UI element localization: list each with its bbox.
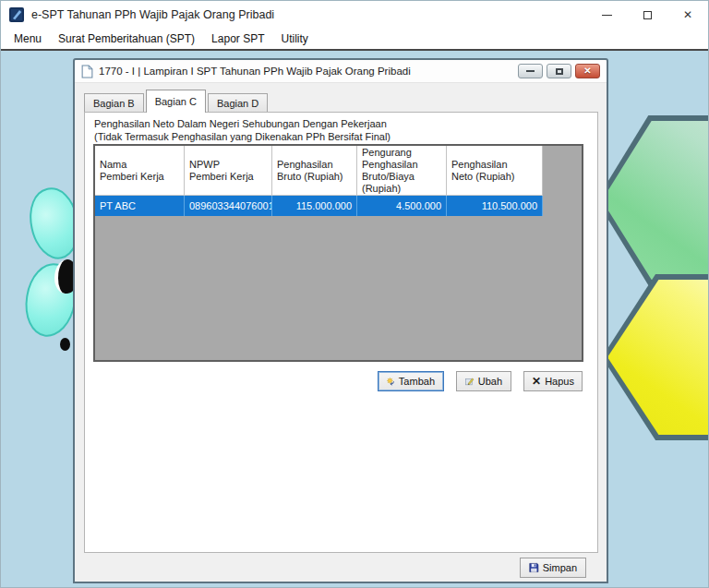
application-window: e-SPT Tahunan PPh Wajib Pajak Orang Prib…	[0, 0, 709, 588]
close-icon: ✕	[683, 9, 692, 20]
ubah-label: Ubah	[478, 376, 502, 387]
app-title: e-SPT Tahunan PPh Wajib Pajak Orang Prib…	[31, 8, 274, 21]
child-window-title: 1770 - I | Lampiran I SPT Tahunan PPh Wa…	[99, 66, 411, 77]
wallpaper-green-hexagon	[596, 115, 708, 285]
column-header-penghasilan-neto[interactable]: Penghasilan Neto (Rupiah)	[447, 146, 543, 196]
hapus-label: Hapus	[545, 376, 574, 387]
save-floppy-icon	[529, 561, 539, 574]
menu-item-menu[interactable]: Menu	[6, 29, 50, 49]
column-header-penghasilan-bruto[interactable]: Penghasilan Bruto (Rupiah)	[272, 146, 357, 196]
cell-bruto: 115.000.000	[272, 196, 357, 216]
header-line: Pemberi Kerja	[100, 171, 179, 183]
record-actions: Tambah Ubah ✕ Hapus	[378, 371, 583, 391]
column-header-nama-pemberi-kerja[interactable]: Nama Pemberi Kerja	[95, 146, 185, 196]
tambah-label: Tambah	[399, 376, 435, 387]
maximize-button[interactable]	[627, 1, 667, 29]
tabpage-bagian-c: Penghasilan Neto Dalam Negeri Sehubungan…	[84, 112, 598, 553]
header-line: NPWP	[189, 159, 267, 171]
tambah-button[interactable]: Tambah	[378, 371, 444, 391]
table-row-selected[interactable]: PT ABC 089603344076001 115.000.000 4.500…	[95, 196, 582, 216]
delete-x-icon: ✕	[532, 376, 541, 387]
column-header-pengurang-penghasilan[interactable]: Pengurang Penghasilan Bruto/Biaya (Rupia…	[357, 146, 447, 196]
child-maximize-icon	[556, 68, 563, 75]
header-line: Pemberi Kerja	[189, 171, 267, 183]
header-line: Pengurang	[362, 147, 441, 159]
close-button[interactable]: ✕	[667, 1, 708, 29]
header-line: Bruto/Biaya	[362, 171, 441, 183]
wallpaper-black-shape	[60, 338, 70, 351]
child-close-icon: ✕	[583, 66, 591, 76]
child-maximize-button[interactable]	[547, 64, 571, 78]
minimize-icon	[602, 15, 612, 16]
header-line: Bruto (Rupiah)	[277, 171, 352, 183]
add-record-icon	[387, 376, 395, 388]
menu-item-surat-pemberitahuan[interactable]: Surat Pemberitahuan (SPT)	[50, 29, 203, 49]
tab-bagian-c[interactable]: Bagian C	[146, 90, 206, 113]
section-description-line2: (Tidak Termasuk Penghasilan yang Dikenak…	[94, 131, 597, 143]
section-description-line1: Penghasilan Neto Dalam Negeri Sehubungan…	[94, 118, 597, 130]
tab-bagian-b[interactable]: Bagian B	[84, 93, 144, 112]
simpan-label: Simpan	[543, 562, 577, 573]
wallpaper-yellow-hexagon	[602, 274, 708, 440]
grid-header-filler	[543, 146, 582, 196]
tab-strip: Bagian B Bagian C Bagian D	[84, 90, 270, 112]
header-line: Nama	[100, 159, 179, 171]
menu-item-lapor-spt[interactable]: Lapor SPT	[203, 29, 272, 49]
header-line: Penghasilan	[451, 159, 537, 171]
tab-bagian-d[interactable]: Bagian D	[208, 93, 268, 112]
cell-nama: PT ABC	[95, 196, 185, 216]
menubar: Menu Surat Pemberitahuan (SPT) Lapor SPT…	[1, 29, 708, 49]
child-close-button[interactable]: ✕	[575, 64, 600, 78]
header-line: (Rupiah)	[362, 183, 441, 195]
header-line: Penghasilan	[362, 159, 441, 171]
header-line: Neto (Rupiah)	[451, 171, 537, 183]
header-line: Penghasilan	[277, 159, 352, 171]
maximize-icon	[643, 11, 652, 19]
grid-header-row: Nama Pemberi Kerja NPWP Pemberi Kerja Pe…	[95, 146, 582, 196]
edit-icon	[465, 376, 475, 387]
cell-pengurang: 4.500.000	[357, 196, 447, 216]
column-header-npwp-pemberi-kerja[interactable]: NPWP Pemberi Kerja	[185, 146, 272, 196]
row-filler	[543, 196, 582, 216]
hapus-button[interactable]: ✕ Hapus	[523, 371, 583, 391]
child-minimize-icon	[526, 70, 535, 72]
child-window-titlebar[interactable]: 1770 - I | Lampiran I SPT Tahunan PPh Wa…	[75, 60, 607, 83]
cell-npwp: 089603344076001	[185, 196, 272, 216]
document-icon	[81, 65, 93, 78]
simpan-button[interactable]: Simpan	[520, 558, 586, 578]
ubah-button[interactable]: Ubah	[456, 371, 511, 391]
employers-data-grid: Nama Pemberi Kerja NPWP Pemberi Kerja Pe…	[93, 144, 583, 362]
mdi-desktop: 1770 - I | Lampiran I SPT Tahunan PPh Wa…	[1, 51, 708, 588]
app-icon	[9, 7, 24, 22]
minimize-button[interactable]	[586, 1, 627, 29]
app-titlebar: e-SPT Tahunan PPh Wajib Pajak Orang Prib…	[1, 1, 708, 29]
cell-neto: 110.500.000	[447, 196, 543, 216]
child-window-body: Bagian B Bagian C Bagian D Penghasilan N…	[75, 83, 607, 582]
menu-item-utility[interactable]: Utility	[272, 29, 316, 49]
child-window-1770-lampiran: 1770 - I | Lampiran I SPT Tahunan PPh Wa…	[73, 58, 608, 583]
grid-empty-area	[95, 216, 582, 360]
child-minimize-button[interactable]	[518, 64, 543, 78]
